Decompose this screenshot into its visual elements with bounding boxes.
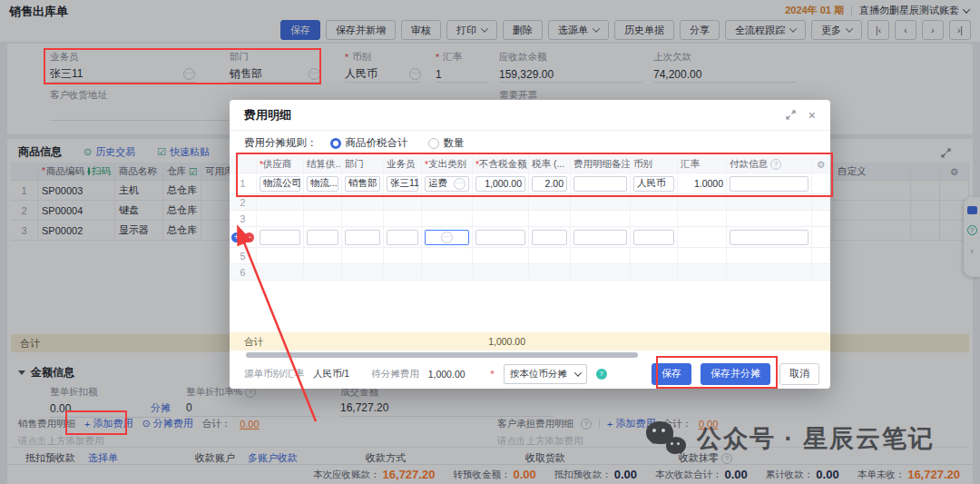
- payinfo-input[interactable]: [730, 230, 808, 245]
- add-row-icon[interactable]: +: [231, 232, 241, 242]
- dept-input[interactable]: [345, 230, 380, 245]
- horizontal-scrollbar[interactable]: [230, 351, 830, 359]
- supplier-input[interactable]: [260, 230, 300, 245]
- amount-input[interactable]: [475, 230, 525, 245]
- fee-row-4-active[interactable]: + − ⋯: [230, 227, 830, 248]
- remark-input[interactable]: [573, 176, 627, 192]
- close-icon[interactable]: ×: [808, 108, 816, 123]
- fee-row-6[interactable]: 6: [230, 264, 830, 281]
- fee-row-5[interactable]: 5: [230, 248, 830, 264]
- modal-footer: 源单币别/汇率 人民币/1 待分摊费用 1,000.00 * 按本位币分摊 ? …: [230, 359, 830, 389]
- fee-table: *供应商 结算供... 部门 业务员 *支出类别 *不含税金额 税率 (... …: [230, 155, 830, 281]
- modal-cancel-button[interactable]: 取消: [779, 363, 819, 385]
- settle-supplier-input[interactable]: [307, 230, 338, 245]
- fee-row-1[interactable]: 1 物流公司 物流... 销售部 张三11 运费⋯ 1,000.00 2.00 …: [230, 173, 830, 194]
- tax-rate-input[interactable]: 2.00: [532, 176, 567, 192]
- allocation-rule-row: 费用分摊规则： 商品价税合计 数量: [230, 131, 830, 155]
- fee-total-row: 合计 1,000.00: [230, 332, 830, 351]
- dept-input[interactable]: 销售部: [345, 176, 380, 192]
- watermark-text: 公众号 · 星辰云笔记: [697, 422, 935, 455]
- maximize-icon[interactable]: [786, 110, 796, 120]
- payinfo-input[interactable]: [730, 176, 808, 192]
- source-currency-rate: 人民币/1: [313, 368, 349, 380]
- lookup-icon[interactable]: ⋯: [441, 232, 453, 243]
- expense-category-input-focused[interactable]: ⋯: [425, 230, 469, 245]
- remark-input[interactable]: [573, 230, 627, 245]
- modal-title: 费用明细: [244, 107, 773, 123]
- amount-input[interactable]: 1,000.00: [475, 176, 525, 192]
- modal-save-allocate-button[interactable]: 保存并分摊: [701, 363, 770, 385]
- radio-selected-icon: [330, 138, 341, 149]
- allocation-method-select[interactable]: 按本位币分摊: [504, 364, 587, 384]
- supplier-input[interactable]: 物流公司: [260, 176, 300, 192]
- info-icon: ?: [596, 369, 607, 380]
- currency-input[interactable]: [633, 230, 674, 245]
- tax-rate-input[interactable]: [532, 230, 567, 245]
- fee-table-header: *供应商 结算供... 部门 业务员 *支出类别 *不含税金额 税率 (... …: [230, 155, 830, 173]
- info-icon: ?: [770, 159, 781, 170]
- modal-header: 费用明细 ×: [230, 100, 830, 131]
- rate-value: 1.0000: [678, 173, 727, 193]
- currency-input[interactable]: 人民币: [633, 176, 674, 192]
- salesman-input[interactable]: 张三11: [387, 176, 418, 192]
- fee-detail-modal: 费用明细 × 费用分摊规则： 商品价税合计 数量 *供应商 结算供... 部门 …: [230, 100, 830, 389]
- radio-icon: [428, 138, 439, 149]
- pending-allocation-amount: 1,000.00: [428, 369, 466, 380]
- rule-option-price-tax[interactable]: 商品价税合计: [330, 136, 408, 150]
- settle-supplier-input[interactable]: 物流...: [307, 176, 338, 192]
- watermark: 公众号 · 星辰云笔记: [646, 421, 935, 456]
- wechat-icon: [646, 421, 688, 456]
- table-empty-area: [230, 281, 830, 332]
- fee-row-2[interactable]: 2: [230, 194, 830, 211]
- scrollbar-thumb[interactable]: [246, 352, 638, 358]
- fee-total-amount: 1,000.00: [473, 336, 525, 347]
- remove-row-icon[interactable]: −: [244, 232, 254, 242]
- salesman-input[interactable]: [387, 230, 418, 245]
- chevron-down-icon: [573, 369, 581, 376]
- expense-category-input[interactable]: 运费⋯: [425, 176, 469, 192]
- modal-save-button[interactable]: 保存: [652, 363, 691, 385]
- fee-row-3[interactable]: 3: [230, 211, 830, 227]
- gear-icon[interactable]: ⚙: [812, 155, 830, 173]
- rule-option-quantity[interactable]: 数量: [428, 136, 465, 150]
- lookup-icon[interactable]: ⋯: [454, 178, 466, 190]
